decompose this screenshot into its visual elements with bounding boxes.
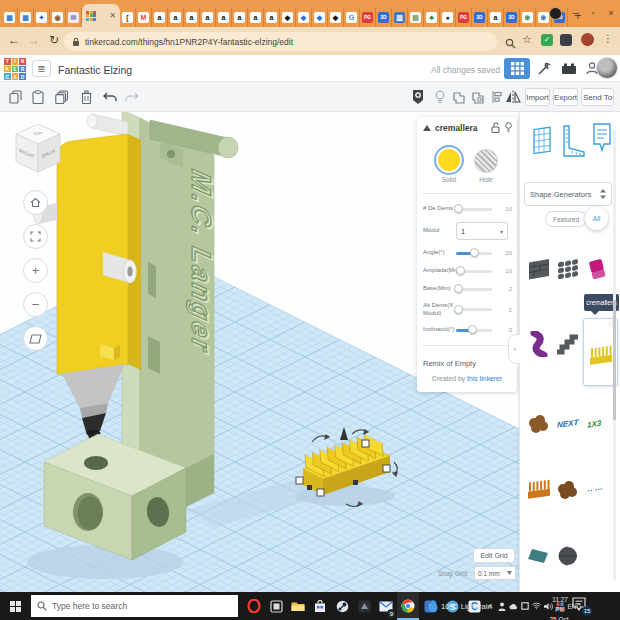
tab-amazon[interactable]: a: [184, 8, 200, 27]
shape-item-small-text[interactable]: ·· ···: [583, 468, 612, 512]
tab-pg-red[interactable]: PG: [456, 8, 472, 27]
people-tray-icon[interactable]: [498, 592, 507, 620]
tab-docs-blue[interactable]: ▦: [18, 8, 34, 27]
param-slider[interactable]: [456, 208, 492, 211]
param-select[interactable]: 1▾: [456, 222, 508, 240]
taskbar-weather[interactable]: 10°C Light rain: [428, 592, 492, 620]
panel-collapse-handle[interactable]: ›: [508, 334, 520, 364]
shape-item-sphere[interactable]: [553, 534, 582, 578]
tab-amazon[interactable]: a: [248, 8, 264, 27]
tab-amazon[interactable]: a: [168, 8, 184, 27]
shape-item-gear-lump[interactable]: [553, 468, 582, 512]
extension-dark-icon[interactable]: [560, 34, 572, 46]
tab-google[interactable]: G: [344, 8, 360, 27]
slider-thumb[interactable]: [454, 284, 463, 293]
reload-button[interactable]: ↻: [46, 33, 62, 47]
view-cube[interactable]: TOP RIGHT BACK: [16, 124, 60, 172]
onedrive-tray-icon[interactable]: [509, 592, 518, 620]
tab-app-blue[interactable]: ✦: [34, 8, 50, 27]
shape-item-curved-rack[interactable]: [524, 468, 553, 512]
tinkercad-logo[interactable]: TINKERCAD: [4, 58, 26, 80]
home-view-button[interactable]: [23, 190, 48, 215]
undo-button[interactable]: [101, 88, 119, 106]
taskbar-app-chrome[interactable]: [397, 592, 419, 620]
tab-amazon[interactable]: a: [232, 8, 248, 27]
tab-globe[interactable]: ⊕: [520, 8, 536, 27]
shape-item-textured-lump[interactable]: [524, 402, 553, 446]
notes-tool-button[interactable]: [592, 122, 612, 162]
unlock-icon[interactable]: [491, 122, 500, 133]
slider-thumb[interactable]: [456, 266, 465, 275]
ruler-tool-button[interactable]: [560, 124, 586, 162]
tab-tree-green[interactable]: ♣: [424, 8, 440, 27]
window-minimize-button[interactable]: –: [568, 5, 582, 21]
snap-grid-dropdown[interactable]: 0.1 mm: [474, 566, 516, 580]
panel-scrollbar-thumb[interactable]: [613, 300, 616, 420]
tab-mail-purple[interactable]: ✉: [66, 8, 82, 27]
tab-diamond-black[interactable]: ◆: [328, 8, 344, 27]
tab-threed-blue[interactable]: 3D: [472, 8, 488, 27]
shape-item-twisted-polygon[interactable]: [524, 322, 553, 366]
taskbar-clock[interactable]: 11:27 PM 25-Oct-21: [549, 595, 571, 620]
all-toggle[interactable]: All: [585, 207, 608, 230]
slider-thumb[interactable]: [470, 248, 479, 257]
tab-gmail[interactable]: M: [136, 8, 152, 27]
taskbar-search[interactable]: Type here to search: [31, 595, 238, 617]
zoom-page-icon[interactable]: [505, 35, 516, 53]
workplane-tool-button[interactable]: [530, 120, 554, 164]
visibility-lightbulb-icon[interactable]: [505, 122, 512, 133]
action-center-button[interactable]: 15: [572, 597, 590, 615]
extension-green-icon[interactable]: ✓: [541, 34, 553, 46]
forward-button[interactable]: →: [26, 33, 42, 47]
hide-lightbulb-button[interactable]: [431, 88, 449, 106]
taskbar-app-mail[interactable]: 9: [375, 592, 397, 620]
param-slider[interactable]: [456, 252, 492, 255]
redo-button[interactable]: [122, 88, 140, 106]
export-button[interactable]: Export: [553, 88, 578, 106]
paste-button[interactable]: [29, 88, 47, 106]
perspective-toggle-button[interactable]: [23, 326, 48, 351]
shape-item-text-next[interactable]: NEXT: [553, 402, 582, 446]
tab-diamond-blue[interactable]: ◆: [296, 8, 312, 27]
shape-item-flat-sheet[interactable]: [524, 534, 553, 578]
taskbar-app-steam[interactable]: [331, 592, 353, 620]
shape-item-text-1x3[interactable]: 1X3: [583, 402, 612, 446]
shape-item-brick-wall[interactable]: [524, 248, 553, 292]
param-slider[interactable]: [456, 270, 492, 273]
back-button[interactable]: ←: [6, 33, 22, 47]
tray-expand-icon[interactable]: ∧: [486, 592, 495, 620]
tinkerer-link[interactable]: this tinkerer: [467, 375, 502, 382]
solid-option[interactable]: Solid: [436, 147, 462, 183]
param-slider[interactable]: [456, 308, 492, 311]
ungroup-button[interactable]: [469, 88, 487, 106]
bricks-view-button[interactable]: [558, 58, 580, 79]
tab-threed-blue[interactable]: 3D: [376, 8, 392, 27]
delete-button[interactable]: [77, 88, 95, 106]
tab-bracket-tab[interactable]: [: [120, 8, 136, 27]
duplicate-button[interactable]: [53, 88, 71, 106]
browser-account-avatar[interactable]: [581, 33, 594, 46]
tab-photo-tab[interactable]: ◉: [50, 8, 66, 27]
design-title[interactable]: Fantastic Elzing: [58, 64, 132, 76]
tab-app-blue2[interactable]: ▥: [392, 8, 408, 27]
solid-color-swatch[interactable]: [436, 147, 462, 173]
shape-item-bent-sheet[interactable]: [583, 248, 612, 292]
tab-close-icon[interactable]: ✕: [109, 11, 116, 20]
window-close-button[interactable]: ×: [604, 5, 618, 21]
copy-button[interactable]: [6, 88, 24, 106]
taskbar-app-darkgame[interactable]: [353, 592, 375, 620]
hole-swatch[interactable]: [474, 149, 498, 173]
design-menu-button[interactable]: ≣: [32, 60, 51, 77]
group-button[interactable]: [450, 88, 468, 106]
view-3d-button[interactable]: [504, 58, 530, 79]
tab-amazon[interactable]: a: [264, 8, 280, 27]
featured-toggle[interactable]: Featured: [545, 211, 587, 227]
slider-thumb[interactable]: [454, 204, 463, 213]
tab-threed-blue[interactable]: 3D: [504, 8, 520, 27]
app-tray-icon[interactable]: [521, 592, 530, 620]
mirror-button[interactable]: [504, 88, 522, 106]
tab-dark-circle[interactable]: ●: [440, 8, 456, 27]
tag-tool-button[interactable]: [409, 88, 427, 106]
bookmark-star-icon[interactable]: ☆: [522, 33, 532, 46]
user-avatar[interactable]: [596, 57, 618, 79]
